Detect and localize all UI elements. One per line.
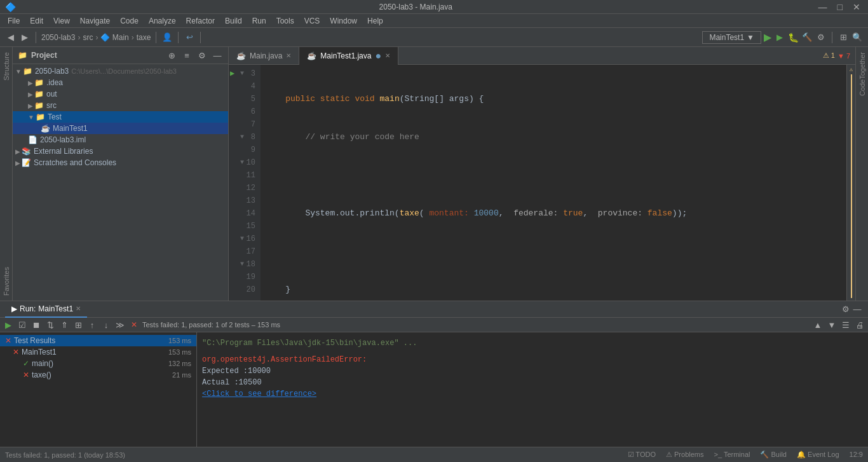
bottom-close-button[interactable]: —	[851, 304, 863, 315]
breadcrumb-taxe[interactable]: taxe	[137, 33, 151, 42]
menu-view[interactable]: View	[48, 15, 75, 27]
tree-item-src[interactable]: ▶ 📁 src	[13, 100, 228, 111]
code-content[interactable]: public static void main(String[] args) {…	[261, 65, 846, 301]
menu-edit[interactable]: Edit	[25, 15, 48, 27]
undo-button[interactable]: ↩	[184, 32, 195, 43]
layout-button[interactable]: ⊞	[837, 32, 849, 43]
right-sidebar: CodeTogether	[855, 47, 868, 301]
menu-refactor[interactable]: Refactor	[181, 15, 220, 27]
scroll-down-button[interactable]: ▼	[826, 319, 837, 330]
build-button[interactable]: 🔨	[801, 32, 813, 43]
project-close-button[interactable]: —	[212, 50, 223, 61]
settings-button[interactable]: ⚙	[815, 32, 827, 43]
tab-maintest1-java[interactable]: ☕ MainTest1.java ● ✕	[299, 47, 398, 65]
tree-item-maintest1[interactable]: ☕ MainTest1	[13, 123, 228, 134]
group-button[interactable]: ⊞	[72, 319, 84, 330]
test-results-tree: ✕ Test Results 153 ms ✕ MainTest1 153 ms…	[0, 332, 197, 447]
title-bar-controls: — □ ✕	[816, 2, 863, 12]
taxe-method-label: taxe()	[32, 370, 51, 379]
structure-tab[interactable]: Structure	[0, 47, 13, 86]
tree-item-test[interactable]: ▼ 📁 Test	[13, 111, 228, 123]
favorites-tab[interactable]: Favorites	[0, 262, 13, 301]
sort-button[interactable]: ⇅	[44, 319, 56, 330]
fold-icon-3[interactable]: ▼	[240, 67, 244, 80]
bottom-tab-build[interactable]: 🔨 Build	[760, 451, 787, 459]
fold-icon-10[interactable]: ▼	[240, 156, 244, 169]
minimize-button[interactable]: —	[816, 2, 830, 12]
breadcrumb-project[interactable]: 2050-lab3	[41, 33, 75, 42]
tree-test-label: Test	[48, 112, 62, 121]
menu-run[interactable]: Run	[247, 15, 271, 27]
sort-asc-button[interactable]: ⇑	[58, 319, 70, 330]
menu-file[interactable]: File	[3, 15, 25, 27]
bottom-tab-run[interactable]: ▶ Run: MainTest1 ✕	[5, 301, 87, 318]
tree-item-extlibs[interactable]: ▶ 📚 External Libraries	[13, 146, 228, 157]
test-taxe-method[interactable]: ✕ taxe() 21 ms	[0, 369, 196, 381]
rerun-button[interactable]: ▶	[3, 319, 14, 330]
maximize-button[interactable]: □	[835, 2, 845, 12]
run-config-selector[interactable]: MainTest1 ▼	[702, 31, 761, 44]
diff-link[interactable]: <Click to see difference>	[202, 390, 316, 398]
menu-help[interactable]: Help	[362, 15, 388, 27]
run-tab-close[interactable]: ✕	[76, 305, 81, 312]
menu-analyze[interactable]: Analyze	[144, 15, 181, 27]
fold-icon-18[interactable]: ▼	[240, 258, 244, 271]
tab-maintest1-java-label: MainTest1.java	[320, 51, 371, 60]
back-button[interactable]: ◀	[5, 32, 17, 43]
ln-14: 14	[229, 207, 255, 220]
bottom-tab-terminal[interactable]: >_ Terminal	[714, 451, 750, 459]
menu-navigate[interactable]: Navigate	[75, 15, 115, 27]
menu-tools[interactable]: Tools	[271, 15, 299, 27]
project-options-button[interactable]: ⚙	[196, 50, 208, 61]
lines-button[interactable]: ☰	[840, 319, 851, 330]
prev-fail-button[interactable]: ↑	[86, 319, 98, 330]
menu-code[interactable]: Code	[115, 15, 144, 27]
event-log-button[interactable]: 🔔 Event Log	[797, 451, 839, 459]
profile-button[interactable]: 👤	[161, 32, 173, 43]
tab-maintest1-java-close[interactable]: ✕	[385, 52, 390, 59]
run-config-dropdown-icon: ▼	[747, 33, 754, 42]
test-maintest1-item[interactable]: ✕ MainTest1 153 ms	[0, 346, 196, 358]
menu-build[interactable]: Build	[220, 15, 247, 27]
tree-item-root[interactable]: ▼ 📁 2050-lab3 C:\Users\...\Documents\205…	[13, 65, 228, 77]
forward-button[interactable]: ▶	[19, 32, 31, 43]
coverage-button[interactable]: ▶	[774, 32, 785, 43]
run-button[interactable]: ▶	[764, 31, 771, 43]
codetogether-tab[interactable]: CodeTogether	[857, 47, 867, 101]
gutter-warnings: ⚠	[846, 65, 855, 301]
tab-main-java[interactable]: ☕ Main.java ✕	[229, 47, 299, 65]
fold-icon-16[interactable]: ▼	[240, 233, 244, 245]
ln-16: ▼ 16	[229, 233, 255, 245]
expand-all-button[interactable]: ≫	[114, 319, 126, 330]
stop-button[interactable]: ⏹	[31, 319, 42, 330]
out-folder-icon: 📁	[34, 90, 44, 99]
tree-item-scratches[interactable]: ▶ 📝 Scratches and Consoles	[13, 157, 228, 168]
breadcrumb-main[interactable]: 🔷 Main	[100, 33, 128, 42]
project-locate-button[interactable]: ⊕	[166, 50, 177, 61]
close-button[interactable]: ✕	[850, 2, 863, 12]
scroll-up-button[interactable]: ▲	[812, 319, 824, 330]
bottom-tab-todo[interactable]: ☑ TODO	[628, 451, 656, 459]
left-vertical-tabs: Structure Favorites	[0, 47, 13, 301]
bottom-tab-problems[interactable]: ⚠ Problems	[666, 451, 704, 459]
zoom-button[interactable]: 🔍	[851, 32, 863, 43]
console-output[interactable]: "C:\Program Files\Java\jdk-15\bin\java.e…	[197, 332, 868, 447]
bottom-settings-button[interactable]: ⚙	[840, 304, 851, 315]
test-main-method[interactable]: ✓ main() 132 ms	[0, 358, 196, 369]
ln-17: 17	[229, 245, 255, 258]
menu-window[interactable]: Window	[325, 15, 362, 27]
run-tests-button[interactable]: ☑	[17, 319, 28, 330]
print-button[interactable]: 🖨	[854, 319, 865, 330]
fold-icon-8[interactable]: ▼	[240, 131, 244, 144]
next-fail-button[interactable]: ↓	[100, 319, 112, 330]
debug-button[interactable]: 🐛	[788, 32, 799, 43]
tree-item-out[interactable]: ▶ 📁 out	[13, 88, 228, 100]
tree-item-idea[interactable]: ▶ 📁 .idea	[13, 77, 228, 88]
editor-area: ☕ Main.java ✕ ☕ MainTest1.java ● ✕ ⚠ 1 ▼…	[229, 47, 855, 301]
tree-item-iml[interactable]: 📄 2050-lab3.iml	[13, 134, 228, 146]
tab-main-java-close[interactable]: ✕	[286, 52, 291, 59]
test-results-root[interactable]: ✕ Test Results 153 ms	[0, 335, 196, 346]
breadcrumb-src[interactable]: src	[83, 33, 93, 42]
menu-vcs[interactable]: VCS	[299, 15, 325, 27]
project-collapse-button[interactable]: ≡	[181, 50, 193, 61]
